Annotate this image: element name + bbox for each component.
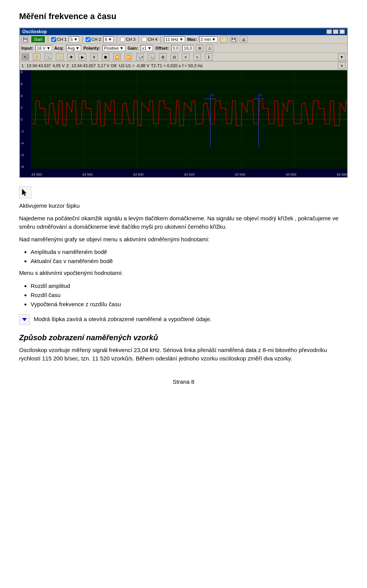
computed-bullets-list: Rozdíl amplitud Rozdíl času Vypočtená fr… [31, 281, 348, 309]
disk-icon[interactable]: 💾 [230, 36, 237, 43]
diff-t: T2-T1 = 0,020 s [151, 63, 181, 68]
settings-icon[interactable]: ⚙ [196, 45, 203, 52]
separator4 [138, 36, 139, 43]
gain-dropdown-arrow: ▼ [147, 46, 151, 50]
freq-dropdown-arrow: ▼ [179, 37, 184, 42]
close-measurement-icon[interactable]: ✕ [338, 62, 346, 69]
x-label-3: 43 600 [133, 173, 144, 176]
bullet-amplitude-diff: Rozdíl amplitud [31, 281, 348, 291]
x-label-6: 43 660 [286, 173, 296, 176]
play-icon[interactable]: ▶ [79, 53, 86, 60]
acq-dropdown[interactable]: Avg ▼ [66, 45, 81, 51]
forward-icon[interactable]: ⏩ [125, 53, 132, 60]
diff-u: U2-U1 = -0,88 V [119, 63, 149, 68]
blue-arrow-icon-box [19, 314, 30, 325]
osc-graph-area[interactable]: cckl1.ch1 + + [20, 70, 347, 177]
offset2-dropdown[interactable]: 16,0 [182, 45, 193, 51]
polarity-dropdown[interactable]: Positive ▼ [102, 45, 125, 51]
info-icon[interactable]: ℹ [205, 53, 213, 60]
measured-bullets-list: Amplituda v naměřeném bodě Aktualní čas … [31, 247, 348, 266]
ch1-value-dropdown[interactable]: 5 ▼ [69, 36, 79, 42]
svg-text:+: + [211, 93, 214, 98]
ch4-checkbox[interactable] [142, 37, 147, 42]
input-dropdown-arrow: ▼ [46, 46, 50, 50]
y-label-2: 2 [21, 106, 24, 110]
y-label-8: 8 [21, 70, 24, 74]
x-axis-labels: 43 560 43 580 43 600 43 620 43 640 43 66… [31, 173, 347, 176]
ch2-label: CH 2 [91, 37, 101, 42]
warning-icon: ⚠ [206, 45, 213, 52]
acq-dropdown-arrow: ▼ [75, 46, 80, 50]
separator5 [161, 36, 161, 43]
y-label-n6: -6 [21, 153, 24, 157]
freq-measured: f = 50,3 Hz [182, 63, 203, 68]
polarity-dropdown-arrow: ▼ [120, 46, 124, 50]
hand-icon[interactable]: ✋ [33, 53, 41, 60]
stop-icon[interactable]: ⏹ [102, 53, 109, 60]
osc-window-title: Osciloskop [22, 29, 47, 34]
bullet-time: Aktualní čas v naměřeném bodě [31, 257, 348, 266]
toolbar3-right: ▼ [338, 53, 346, 60]
offset-dropdown[interactable]: 0,0 [171, 45, 180, 51]
gain-value: x1 [142, 46, 147, 50]
arrow-paragraph: Modrá šipka zavírá a otevírá zobrazené n… [19, 314, 348, 325]
bullet-time-diff: Rozdíl času [31, 291, 348, 300]
close-button[interactable]: ✕ [339, 29, 345, 34]
y-label-n8: -8 [21, 165, 24, 169]
ch2-value-dropdown[interactable]: 6 ▼ [103, 36, 114, 42]
bullet-amplitude: Amplituda v naměřeném bodě [31, 247, 348, 257]
arrow-paragraph-text: Modrá šipka zavírá a otevírá zobrazené n… [34, 315, 211, 322]
osc-titlebar: Osciloskop _ □ ✕ [20, 28, 347, 35]
rewind-icon[interactable]: ⏪ [113, 53, 121, 60]
grid-icon[interactable]: ⊟ [171, 53, 178, 60]
oscilloscope-signal-svg: + + [31, 70, 347, 169]
input-label: Input: [21, 46, 33, 50]
pause-icon[interactable]: ⏸ [90, 53, 98, 60]
fit-icon[interactable]: ⊞ [159, 53, 167, 60]
svg-marker-10 [22, 318, 27, 321]
save-icon[interactable]: 💾 [21, 36, 29, 43]
separator3 [117, 36, 117, 43]
input-value: 16 V [37, 46, 46, 50]
ch3-checkbox[interactable] [120, 37, 125, 42]
ch1-checkbox[interactable] [51, 37, 56, 42]
zoom-icon[interactable]: 🔍 [44, 53, 52, 60]
maximize-button[interactable]: □ [333, 29, 338, 34]
cursor-arrow-icon[interactable]: ↖ [21, 53, 29, 60]
ch1-value: 5 [70, 37, 73, 42]
freq-dropdown[interactable]: 11 kHz ▼ [164, 36, 185, 42]
offset2-value: 16,0 [184, 46, 192, 50]
chevron-down-icon[interactable]: ▼ [338, 53, 346, 60]
minimize-button[interactable]: _ [326, 29, 332, 34]
max-value: 2 min [201, 37, 211, 42]
polarity-value: Positive [104, 46, 119, 50]
input-dropdown[interactable]: 16 V ▼ [36, 45, 52, 51]
osc-toolbar1: 💾 Start CH 1 5 ▼ CH 2 6 ▼ CH 3 CH 4 [20, 35, 347, 44]
acq-value: Avg [68, 46, 75, 50]
ch2-value: 6 [105, 37, 107, 42]
computed-intro-text: Menu s aktivními vpočtenými hodnotami: [19, 269, 348, 278]
gain-label: Gain: [128, 46, 138, 50]
y-label-4: 4 [21, 94, 24, 98]
ch4-label: CH 4 [148, 37, 157, 42]
max-dropdown[interactable]: 2 min ▼ [199, 36, 218, 42]
osc-toolbar3: ↖ ✋ 🔍 📏 ✚ ▶ ⏸ ⏹ ⏪ ⏩ 🔍+ 🔍- ⊞ ⊟ ≡ ∿ ℹ ▼ [20, 53, 347, 61]
folder-icon[interactable]: 📁 [220, 36, 227, 43]
cursor2-time: 13:34:43.657 [71, 63, 96, 68]
measure-icon[interactable]: 📏 [56, 53, 63, 60]
zoom-in-icon[interactable]: 🔍+ [136, 53, 144, 60]
ch2-checkbox[interactable] [86, 37, 91, 42]
fft-icon[interactable]: ∿ [193, 53, 201, 60]
x-label-1: 43 560 [31, 173, 42, 176]
page-title: Měření frekvence a času [19, 11, 348, 21]
marker-icon[interactable]: ✚ [67, 53, 75, 60]
print-icon[interactable]: 🖨 [240, 36, 247, 43]
ch1-checkbox-label: CH 1 [51, 37, 67, 42]
y-label-6: 6 [21, 82, 24, 86]
x-label-5: 43 640 [235, 173, 245, 176]
start-button[interactable]: Start [31, 36, 45, 42]
gain-dropdown[interactable]: x1 ▼ [141, 45, 153, 51]
offset-label: Offset: [155, 46, 169, 50]
zoom-out-icon[interactable]: 🔍- [148, 53, 155, 60]
channel-icon[interactable]: ≡ [182, 53, 190, 60]
